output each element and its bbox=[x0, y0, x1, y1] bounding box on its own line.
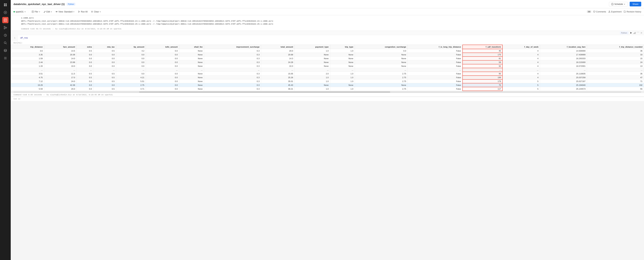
view-menu[interactable]: View: Standard bbox=[54, 10, 76, 14]
table-cell: 0.3 bbox=[204, 53, 261, 57]
col-header-payment_type: payment_type bbox=[294, 45, 330, 49]
run-cell-icon[interactable] bbox=[630, 32, 632, 34]
comments-btn[interactable]: Comments bbox=[593, 11, 606, 13]
clock-icon bbox=[611, 3, 614, 5]
table-cell: 10.0 bbox=[44, 64, 76, 68]
table-cell: ... bbox=[502, 68, 540, 72]
table-cell: None bbox=[179, 57, 204, 60]
file-menu[interactable]: File bbox=[30, 10, 41, 14]
table-cell: 75 bbox=[462, 83, 502, 87]
table-cell: None bbox=[294, 60, 330, 64]
table-cell: 0.0 bbox=[76, 60, 93, 64]
col-header-f_udf_transform: f_udf_transform bbox=[462, 45, 502, 49]
table-row: 19.2942.380.00.02.750.0None0.345.43NoneN… bbox=[11, 83, 644, 87]
keyboard-shortcut-btn[interactable]: ⌨ bbox=[587, 11, 591, 13]
revision-history-btn[interactable]: Revision history bbox=[624, 11, 641, 13]
table-cell: 0.0 bbox=[146, 60, 179, 64]
share-button[interactable]: Share bbox=[630, 2, 641, 7]
keyboard-icon: ⌨ bbox=[587, 11, 591, 13]
table-row: ........................................… bbox=[11, 68, 644, 72]
table-cell: 17.0 bbox=[44, 76, 76, 79]
table-cell: 7.12 bbox=[11, 79, 44, 83]
sidebar-icon-search[interactable] bbox=[2, 40, 8, 46]
clear-button[interactable]: Clear bbox=[90, 10, 102, 14]
table-cell: ... bbox=[179, 68, 204, 72]
table-cell: 0.0 bbox=[116, 72, 146, 76]
table-cell: 0.0 bbox=[146, 83, 179, 87]
table-cell: 11.5 bbox=[44, 72, 76, 76]
clear-label: Clear bbox=[94, 11, 99, 13]
schedule-button[interactable]: Schedule bbox=[609, 2, 628, 7]
table-cell: 35 bbox=[587, 72, 644, 76]
close-cell-icon[interactable] bbox=[640, 32, 642, 34]
table-cell: None bbox=[355, 57, 408, 60]
table-cell: ... bbox=[76, 68, 93, 72]
table-cell: 0.0 bbox=[76, 64, 93, 68]
run-all-icon bbox=[78, 11, 80, 13]
col-header-f_day_of_week: f_day_of_week bbox=[502, 45, 540, 49]
scroll-thumb[interactable] bbox=[139, 92, 390, 93]
table-cell: 4 bbox=[502, 72, 540, 76]
table-cell: 45.43 bbox=[261, 83, 294, 87]
table-cell: 5 bbox=[502, 83, 540, 87]
expand-icon[interactable] bbox=[637, 32, 639, 34]
col-header-total_amount: total_amount bbox=[261, 45, 294, 49]
table-cell: 0.3 bbox=[204, 79, 261, 83]
table-cell: 0.0 bbox=[116, 60, 146, 64]
table-cell: ... bbox=[44, 68, 76, 72]
table-row: 3.614.50.50.54.20.0None0.320.01.01.00.0F… bbox=[11, 49, 644, 53]
horizontal-scrollbar[interactable] bbox=[11, 91, 644, 93]
chart-icon[interactable] bbox=[633, 32, 636, 34]
edit-menu[interactable]: Edit bbox=[42, 10, 54, 14]
table-cell: 2.75 bbox=[355, 87, 408, 91]
table-cell: ... bbox=[355, 68, 408, 72]
table-cell: False bbox=[408, 72, 462, 76]
svg-point-28 bbox=[56, 12, 57, 12]
table-cell: 0.5 bbox=[76, 49, 93, 53]
table-cell: 30.21 bbox=[261, 87, 294, 91]
schedule-label: Schedule bbox=[614, 3, 623, 5]
table-cell: ... bbox=[330, 68, 355, 72]
cluster-chevron-icon bbox=[24, 11, 26, 13]
table-cell: 20.0 bbox=[261, 49, 294, 53]
table-cell: 3.6 bbox=[11, 49, 44, 53]
table-cell: 25.027187 bbox=[540, 79, 587, 83]
data-table: trip_distancefare_amountextramta_taxtip_… bbox=[11, 45, 644, 91]
table-cell: 0.3 bbox=[204, 60, 261, 64]
col-header-congestion_surcharge: congestion_surcharge bbox=[355, 45, 408, 49]
output-line-2: dbfs:/feathrazure_test.avro/part-00010-t… bbox=[21, 20, 641, 23]
sidebar-icon-settings[interactable] bbox=[2, 55, 8, 61]
table-cell: 0.0 bbox=[93, 53, 116, 57]
table-cell: ... bbox=[408, 68, 462, 72]
svg-rect-0 bbox=[4, 4, 5, 5]
table-cell: None bbox=[294, 83, 330, 87]
sidebar-icon-workflow[interactable] bbox=[2, 25, 8, 31]
table-cell: 19.29 bbox=[11, 83, 44, 87]
sidebar-icon-add[interactable] bbox=[2, 9, 8, 16]
svg-point-17 bbox=[4, 42, 6, 44]
run-all-button[interactable]: Run All bbox=[76, 10, 89, 14]
table-cell: False bbox=[408, 57, 462, 60]
sidebar-icon-data[interactable] bbox=[2, 47, 8, 54]
line-numbers: 1 bbox=[11, 35, 18, 41]
table-cell: ... bbox=[261, 68, 294, 72]
cluster-selector[interactable]: spark31 bbox=[14, 10, 28, 13]
experiment-btn[interactable]: Experiment bbox=[608, 11, 622, 13]
table-cell: 4 bbox=[502, 76, 540, 79]
table-cell: 0.0 bbox=[93, 83, 116, 87]
table-cell: None bbox=[294, 57, 330, 60]
sidebar-icon-notebook[interactable] bbox=[2, 17, 8, 23]
table-cell: 2.75 bbox=[355, 76, 408, 79]
table-cell: 16.293333 bbox=[540, 57, 587, 60]
table-cell: None bbox=[294, 53, 330, 57]
code-input[interactable]: df_res bbox=[18, 35, 644, 41]
sidebar-icon-home[interactable] bbox=[2, 2, 8, 8]
table-cell: 95 bbox=[462, 72, 502, 76]
table-cell: False bbox=[408, 53, 462, 57]
code-cell-df-res: Python 1 df_res Out[41]: bbox=[11, 31, 644, 97]
col-header-extra: extra bbox=[76, 45, 93, 49]
table-cell: None bbox=[179, 49, 204, 53]
table-cell: False bbox=[408, 83, 462, 87]
table-cell: None bbox=[179, 72, 204, 76]
sidebar-icon-history[interactable] bbox=[2, 32, 8, 38]
